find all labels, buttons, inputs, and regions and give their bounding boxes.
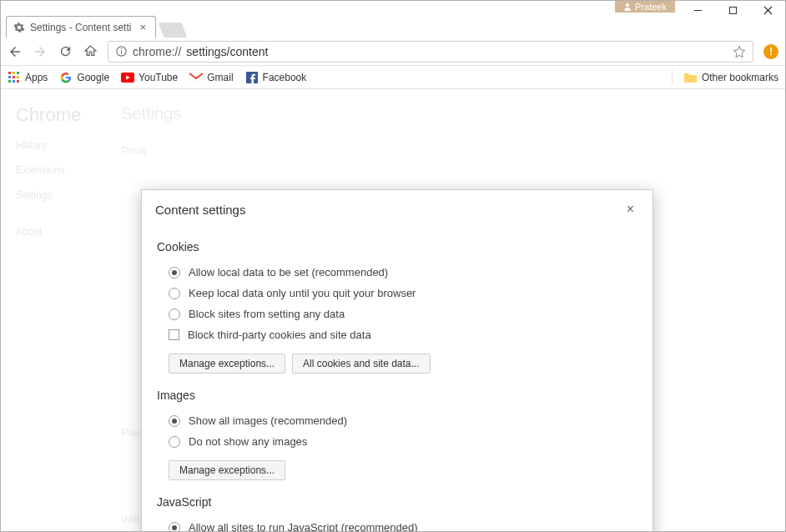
dialog-close-button[interactable]: × (622, 200, 639, 218)
bg-nav-item: Extensions (16, 164, 81, 176)
images-manage-exceptions-button[interactable]: Manage exceptions... (169, 460, 285, 480)
facebook-icon (245, 71, 259, 84)
bookmark-label: Facebook (263, 72, 307, 83)
bookmark-label: Google (77, 72, 109, 83)
nav-toolbar: chrome://settings/content ! (1, 38, 785, 66)
svg-rect-2 (729, 7, 736, 13)
warning-icon[interactable]: ! (763, 44, 778, 59)
bg-nav-item: History (16, 139, 81, 151)
folder-icon (684, 71, 698, 84)
cookies-all-data-button[interactable]: All cookies and site data... (292, 354, 430, 374)
apps-icon (8, 71, 21, 84)
bookmark-gmail[interactable]: Gmail (189, 71, 233, 84)
apps-label: Apps (25, 72, 48, 83)
gear-icon (13, 22, 25, 33)
youtube-icon (121, 71, 134, 84)
dialog-body[interactable]: Cookies Allow local data to be set (reco… (142, 223, 649, 531)
radio-icon[interactable] (169, 267, 180, 279)
reload-button[interactable] (58, 44, 73, 59)
bookmark-star-icon[interactable] (733, 45, 746, 58)
info-icon (115, 45, 128, 58)
section-cookies-heading: Cookies (157, 240, 634, 253)
bookmark-facebook[interactable]: Facebook (245, 71, 307, 84)
url-path: settings/content (186, 45, 268, 58)
svg-point-0 (626, 3, 629, 7)
svg-point-7 (121, 48, 123, 50)
checkbox-icon[interactable] (169, 329, 179, 340)
bookmark-label: YouTube (139, 72, 178, 83)
svg-rect-12 (13, 76, 15, 78)
bookmark-youtube[interactable]: YouTube (121, 71, 178, 84)
back-button[interactable] (8, 44, 23, 59)
radio-icon[interactable] (169, 309, 180, 320)
option-label: Do not show any images (189, 435, 307, 448)
svg-rect-11 (8, 76, 11, 78)
images-block-option[interactable]: Do not show any images (157, 431, 634, 452)
bookmark-label: Gmail (207, 72, 233, 83)
gmail-icon (189, 71, 203, 84)
option-label: Show all images (recommended) (189, 414, 347, 427)
person-icon (623, 3, 632, 11)
bookmark-google[interactable]: Google (59, 71, 109, 84)
js-allow-option[interactable]: Allow all sites to run JavaScript (recom… (157, 517, 634, 531)
images-show-option[interactable]: Show all images (recommended) (157, 410, 634, 431)
option-label: Allow all sites to run JavaScript (recom… (189, 521, 418, 531)
dialog-title: Content settings (155, 203, 245, 217)
option-label: Allow local data to be set (recommended) (189, 266, 388, 279)
other-bookmarks[interactable]: Other bookmarks (684, 71, 778, 84)
close-window-button[interactable] (750, 1, 785, 19)
bookmarks-bar: Apps Google YouTube Gmail Facebook Other… (1, 66, 785, 89)
cookies-thirdparty-option[interactable]: Block third-party cookies and site data (157, 324, 634, 345)
svg-rect-16 (17, 80, 19, 83)
new-tab-button[interactable] (159, 23, 188, 38)
svg-rect-10 (17, 72, 19, 74)
svg-rect-8 (8, 72, 11, 74)
section-images-heading: Images (157, 389, 634, 402)
user-name: Prateek (635, 2, 667, 12)
radio-icon[interactable] (169, 436, 180, 448)
radio-icon[interactable] (169, 288, 180, 299)
address-bar[interactable]: chrome://settings/content (108, 41, 753, 63)
bg-heading: Settings (121, 104, 181, 123)
cookies-manage-exceptions-button[interactable]: Manage exceptions... (169, 354, 285, 374)
dialog-header: Content settings × (142, 190, 652, 223)
url-protocol: chrome:// (133, 45, 181, 58)
forward-button (33, 44, 48, 59)
section-javascript-heading: JavaScript (157, 495, 634, 509)
cookies-block-option[interactable]: Block sites from setting any data (157, 304, 634, 324)
radio-icon[interactable] (169, 522, 180, 532)
svg-rect-15 (13, 80, 15, 83)
svg-rect-14 (8, 80, 11, 83)
option-label: Block sites from setting any data (189, 308, 345, 320)
minimize-button[interactable] (680, 1, 715, 19)
maximize-button[interactable] (715, 1, 750, 19)
apps-button[interactable]: Apps (8, 71, 48, 84)
home-button[interactable] (83, 44, 98, 59)
window-titlebar: Prateek (1, 1, 785, 14)
cookies-session-option[interactable]: Keep local data only until you quit your… (157, 283, 634, 304)
page-content: Chrome History Extensions Settings About… (1, 89, 785, 531)
option-label: Keep local data only until you quit your… (189, 287, 416, 299)
other-bookmarks-label: Other bookmarks (702, 72, 778, 83)
svg-rect-9 (13, 72, 15, 74)
tab-close-button[interactable]: × (137, 21, 149, 33)
option-label: Block third-party cookies and site data (188, 329, 371, 341)
radio-icon[interactable] (169, 415, 180, 427)
tab-strip: Settings - Content settin... × (1, 14, 785, 38)
tab-title: Settings - Content settin... (30, 22, 132, 33)
separator (672, 70, 673, 85)
bg-text: Priva (121, 144, 146, 157)
user-badge[interactable]: Prateek (615, 1, 675, 13)
bg-nav-item: Settings (16, 189, 81, 201)
cookies-allow-option[interactable]: Allow local data to be set (recommended) (157, 262, 634, 283)
bg-nav-item: About (16, 226, 81, 238)
google-icon (59, 71, 73, 84)
browser-tab[interactable]: Settings - Content settin... × (6, 16, 156, 38)
svg-rect-13 (17, 76, 19, 78)
content-settings-dialog: Content settings × Cookies Allow local d… (141, 189, 653, 531)
bg-sidebar: Chrome History Extensions Settings About (16, 104, 81, 251)
bg-brand: Chrome (16, 104, 81, 126)
